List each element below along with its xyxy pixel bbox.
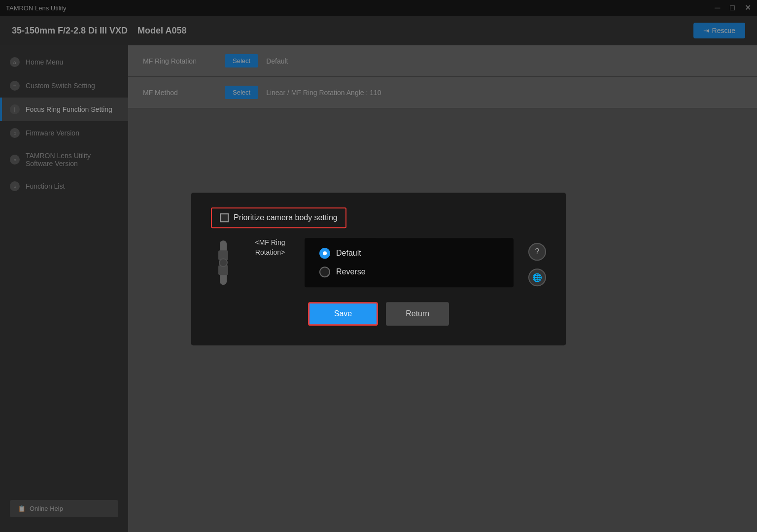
dialog-buttons: Save Return [211, 302, 546, 326]
return-button[interactable]: Return [386, 302, 449, 326]
radio-default-circle[interactable] [319, 248, 330, 259]
checkbox-section: Prioritize camera body setting [211, 207, 546, 228]
radio-option-default[interactable]: Default [319, 248, 499, 259]
save-button[interactable]: Save [308, 302, 378, 326]
dialog: Prioritize camera body setting <MF Ring … [191, 193, 566, 345]
radio-reverse-label: Reverse [336, 267, 366, 276]
globe-icon[interactable]: 🌐 [528, 268, 546, 286]
lens-icon [211, 238, 236, 287]
globe-symbol: 🌐 [532, 273, 542, 282]
help-circle-icon[interactable]: ? [528, 243, 546, 261]
dialog-main: <MF Ring Rotation> Default Reverse ? 🌐 [211, 238, 546, 287]
svg-point-3 [219, 259, 227, 266]
radio-reverse-circle[interactable] [319, 266, 330, 277]
mf-ring-dialog-label: <MF Ring Rotation> [245, 238, 295, 257]
dialog-icons: ? 🌐 [528, 238, 546, 286]
radio-default-label: Default [336, 249, 361, 258]
radio-options-box: Default Reverse [305, 238, 514, 287]
prioritize-checkbox-wrapper[interactable]: Prioritize camera body setting [211, 207, 346, 228]
prioritize-checkbox-label: Prioritize camera body setting [234, 213, 338, 222]
prioritize-checkbox[interactable] [220, 213, 229, 222]
radio-option-reverse[interactable]: Reverse [319, 266, 499, 277]
